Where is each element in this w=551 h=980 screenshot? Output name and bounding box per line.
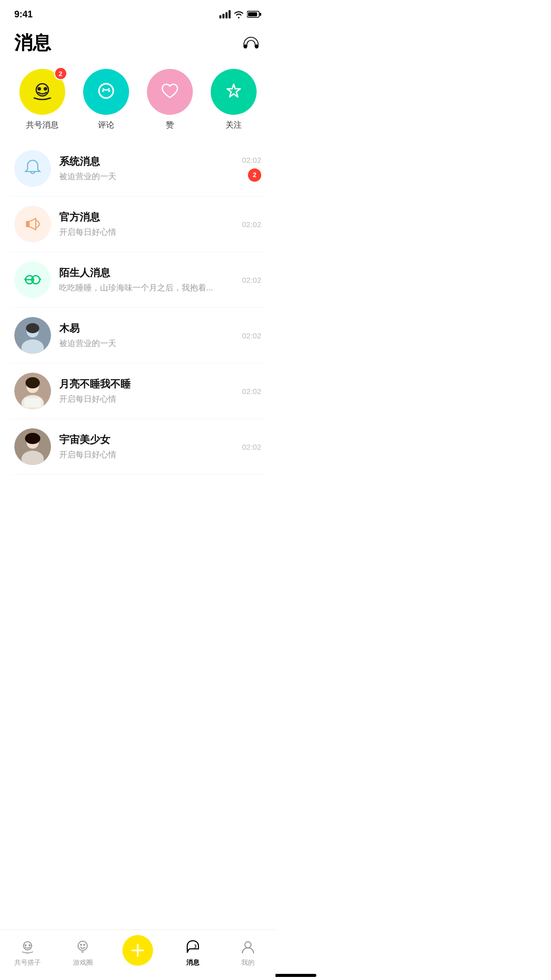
msg-content-guanfang: 官方消息 开启每日好心情 [51,210,242,238]
list-item[interactable]: 月亮不睡我不睡 开启每日好心情 02:02 [10,363,265,419]
guanzhu-icon [221,79,246,105]
svg-point-27 [26,377,40,388]
msg-preview: 被迫营业的一天 [59,172,234,182]
svg-rect-0 [219,15,221,18]
header: 消息 [0,26,276,64]
battery-icon [247,11,261,18]
quick-item-guanzhu[interactable]: 关注 [211,69,257,131]
msg-meta-yuzhou: 02:02 [242,443,261,451]
zan-icon [157,79,183,105]
msg-time: 02:02 [242,220,261,229]
svg-rect-28 [24,398,41,407]
msg-preview: 开启每日好心情 [59,227,234,238]
list-item[interactable]: 系统消息 被迫营业的一天 02:02 2 [10,141,265,197]
yuzhou-avatar [14,428,51,465]
status-icons [219,10,261,18]
msg-meta-muyi: 02:02 [242,331,261,340]
msg-content-yuzhou: 宇宙美少女 开启每日好心情 [51,433,242,460]
gonghao-icon [29,79,56,105]
msg-time: 02:02 [242,443,261,451]
megaphone-icon [21,213,44,235]
list-item[interactable]: 官方消息 开启每日好心情 02:02 [10,197,265,252]
svg-rect-6 [248,12,257,16]
message-list: 系统消息 被迫营业的一天 02:02 2 官方消息 开启每日好心情 02:02 [0,141,276,475]
svg-point-14 [108,90,110,92]
msg-content-mosheng: 陌生人消息 吃吃睡睡，山珍海味一个月之后，我抱着... [51,266,242,293]
avatar-mosheng [14,261,51,298]
msg-meta-yueliang: 02:02 [242,387,261,396]
msg-meta-guanfang: 02:02 [242,220,261,229]
yueliang-avatar [14,373,51,409]
svg-point-23 [26,323,39,333]
avatar-yueliang [14,373,51,409]
avatar-muyi [14,317,51,354]
bell-icon [21,157,44,180]
svg-rect-2 [226,12,228,18]
svg-line-18 [40,279,41,280]
svg-point-32 [25,433,40,444]
svg-point-13 [102,90,104,92]
headphone-icon [242,34,260,53]
msg-time: 02:02 [242,276,261,284]
quick-item-pinglun[interactable]: 评论 [83,69,129,131]
svg-rect-1 [222,14,224,18]
gonghao-circle: 2 [19,69,65,115]
svg-line-19 [24,279,26,280]
pinglun-icon [93,79,119,105]
zan-circle [147,69,193,115]
msg-name: 系统消息 [59,155,234,168]
pinglun-circle [83,69,129,115]
quick-item-zan[interactable]: 赞 [147,69,193,131]
signal-icon [219,10,231,18]
msg-preview: 开启每日好心情 [59,450,234,460]
list-item[interactable]: 木易 被迫营业的一天 02:02 [10,308,265,363]
msg-name: 木易 [59,322,234,335]
svg-rect-3 [229,10,231,18]
support-button[interactable] [241,33,261,54]
msg-time: 02:02 [242,387,261,396]
svg-point-11 [43,87,47,91]
msg-time: 02:02 [242,156,261,164]
svg-rect-8 [255,44,258,48]
msg-name: 陌生人消息 [59,266,234,280]
pinglun-label: 评论 [98,120,114,131]
glasses-icon [21,268,44,291]
msg-content-muyi: 木易 被迫营业的一天 [51,322,242,349]
msg-name: 月亮不睡我不睡 [59,377,234,391]
svg-rect-5 [260,13,261,16]
avatar-xitong [14,150,51,187]
avatar-guanfang [14,206,51,242]
page-title: 消息 [14,31,51,56]
svg-point-12 [99,84,113,98]
svg-point-10 [37,87,41,91]
svg-rect-7 [244,44,247,48]
quick-item-gonghao[interactable]: 2 共号消息 [19,69,65,131]
msg-content-xitong: 系统消息 被迫营业的一天 [51,155,242,182]
list-item[interactable]: 陌生人消息 吃吃睡睡，山珍海味一个月之后，我抱着... 02:02 [10,252,265,308]
quick-icons-row: 2 共号消息 评论 赞 关注 [0,64,276,141]
avatar-yuzhou [14,428,51,465]
muyi-avatar [14,317,51,354]
msg-preview: 吃吃睡睡，山珍海味一个月之后，我抱着... [59,283,234,293]
msg-time: 02:02 [242,331,261,340]
zan-label: 赞 [166,120,174,131]
guanzhu-label: 关注 [226,120,242,131]
msg-meta-mosheng: 02:02 [242,276,261,284]
msg-content-yueliang: 月亮不睡我不睡 开启每日好心情 [51,377,242,405]
guanzhu-circle [211,69,257,115]
gonghao-badge: 2 [54,67,67,80]
wifi-icon [234,10,244,18]
list-item[interactable]: 宇宙美少女 开启每日好心情 02:02 [10,419,265,475]
msg-preview: 开启每日好心情 [59,394,234,405]
msg-badge: 2 [248,168,261,182]
msg-name: 宇宙美少女 [59,433,234,447]
gonghao-label: 共号消息 [26,120,59,131]
msg-preview: 被迫营业的一天 [59,338,234,349]
status-time: 9:41 [14,9,33,20]
msg-meta-xitong: 02:02 2 [242,156,261,182]
status-bar: 9:41 [0,0,276,26]
msg-name: 官方消息 [59,210,234,224]
